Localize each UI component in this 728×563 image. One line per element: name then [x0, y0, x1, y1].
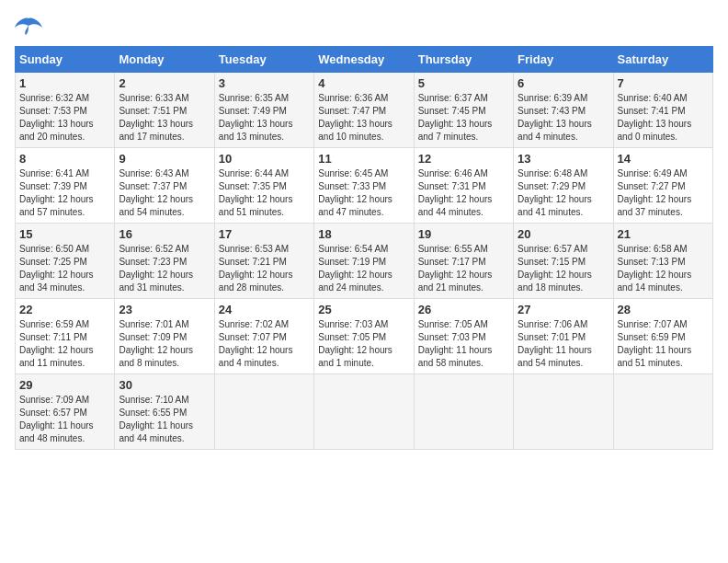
day-info: Sunrise: 6:41 AM Sunset: 7:39 PM Dayligh… — [19, 167, 110, 219]
day-number: 14 — [618, 152, 709, 166]
header-day-sunday: Sunday — [16, 47, 115, 73]
day-info: Sunrise: 7:09 AM Sunset: 6:57 PM Dayligh… — [19, 394, 110, 445]
calendar-week-1: 1Sunrise: 6:32 AM Sunset: 7:53 PM Daylig… — [16, 73, 713, 148]
calendar-cell: 2Sunrise: 6:33 AM Sunset: 7:51 PM Daylig… — [115, 73, 214, 148]
day-info: Sunrise: 7:07 AM Sunset: 6:59 PM Dayligh… — [618, 318, 709, 370]
day-number: 5 — [418, 76, 509, 90]
calendar-cell: 30Sunrise: 7:10 AM Sunset: 6:55 PM Dayli… — [115, 374, 214, 450]
calendar-cell: 18Sunrise: 6:54 AM Sunset: 7:19 PM Dayli… — [314, 224, 414, 299]
logo — [15, 15, 46, 37]
calendar-cell: 23Sunrise: 7:01 AM Sunset: 7:09 PM Dayli… — [115, 299, 214, 374]
calendar-cell: 28Sunrise: 7:07 AM Sunset: 6:59 PM Dayli… — [613, 299, 712, 374]
calendar-cell: 25Sunrise: 7:03 AM Sunset: 7:05 PM Dayli… — [314, 299, 414, 374]
day-info: Sunrise: 6:52 AM Sunset: 7:23 PM Dayligh… — [119, 243, 210, 294]
day-number: 20 — [518, 227, 609, 241]
day-info: Sunrise: 6:35 AM Sunset: 7:49 PM Dayligh… — [219, 92, 310, 144]
calendar-cell: 4Sunrise: 6:36 AM Sunset: 7:47 PM Daylig… — [314, 73, 414, 148]
calendar-table: SundayMondayTuesdayWednesdayThursdayFrid… — [15, 46, 713, 450]
calendar-cell: 13Sunrise: 6:48 AM Sunset: 7:29 PM Dayli… — [514, 148, 613, 224]
day-number: 28 — [618, 303, 709, 316]
day-number: 17 — [219, 227, 310, 241]
day-number: 13 — [518, 152, 609, 166]
calendar-cell — [613, 374, 712, 450]
calendar-cell: 29Sunrise: 7:09 AM Sunset: 6:57 PM Dayli… — [16, 374, 115, 450]
day-number: 27 — [518, 303, 609, 316]
day-number: 16 — [119, 227, 210, 241]
calendar-cell: 27Sunrise: 7:06 AM Sunset: 7:01 PM Dayli… — [514, 299, 613, 374]
day-info: Sunrise: 7:10 AM Sunset: 6:55 PM Dayligh… — [119, 394, 210, 445]
calendar-cell: 21Sunrise: 6:58 AM Sunset: 7:13 PM Dayli… — [613, 224, 712, 299]
calendar-cell: 16Sunrise: 6:52 AM Sunset: 7:23 PM Dayli… — [115, 224, 214, 299]
calendar-cell — [214, 374, 313, 450]
page-header — [15, 15, 713, 37]
day-info: Sunrise: 6:37 AM Sunset: 7:45 PM Dayligh… — [418, 92, 509, 144]
header-day-thursday: Thursday — [414, 47, 513, 73]
day-info: Sunrise: 6:32 AM Sunset: 7:53 PM Dayligh… — [19, 92, 110, 144]
day-info: Sunrise: 6:53 AM Sunset: 7:21 PM Dayligh… — [219, 243, 310, 294]
day-info: Sunrise: 6:58 AM Sunset: 7:13 PM Dayligh… — [618, 243, 709, 294]
day-info: Sunrise: 6:48 AM Sunset: 7:29 PM Dayligh… — [518, 167, 609, 219]
calendar-cell: 24Sunrise: 7:02 AM Sunset: 7:07 PM Dayli… — [214, 299, 313, 374]
day-number: 1 — [19, 76, 110, 90]
calendar-week-5: 29Sunrise: 7:09 AM Sunset: 6:57 PM Dayli… — [16, 374, 713, 450]
calendar-cell: 3Sunrise: 6:35 AM Sunset: 7:49 PM Daylig… — [214, 73, 313, 148]
day-number: 21 — [618, 227, 709, 241]
day-info: Sunrise: 7:02 AM Sunset: 7:07 PM Dayligh… — [219, 318, 310, 370]
day-info: Sunrise: 6:45 AM Sunset: 7:33 PM Dayligh… — [318, 167, 409, 219]
logo-icon — [15, 15, 42, 37]
day-info: Sunrise: 6:59 AM Sunset: 7:11 PM Dayligh… — [19, 318, 110, 370]
day-info: Sunrise: 6:57 AM Sunset: 7:15 PM Dayligh… — [518, 243, 609, 294]
day-number: 30 — [119, 378, 210, 392]
calendar-cell: 5Sunrise: 6:37 AM Sunset: 7:45 PM Daylig… — [414, 73, 513, 148]
day-number: 22 — [19, 303, 110, 316]
day-info: Sunrise: 6:36 AM Sunset: 7:47 PM Dayligh… — [318, 92, 409, 144]
day-info: Sunrise: 6:44 AM Sunset: 7:35 PM Dayligh… — [219, 167, 310, 219]
calendar-cell: 26Sunrise: 7:05 AM Sunset: 7:03 PM Dayli… — [414, 299, 513, 374]
day-info: Sunrise: 7:01 AM Sunset: 7:09 PM Dayligh… — [119, 318, 210, 370]
calendar-cell: 7Sunrise: 6:40 AM Sunset: 7:41 PM Daylig… — [613, 73, 712, 148]
calendar-cell: 15Sunrise: 6:50 AM Sunset: 7:25 PM Dayli… — [16, 224, 115, 299]
day-number: 3 — [219, 76, 310, 90]
calendar-cell — [414, 374, 513, 450]
calendar-cell: 1Sunrise: 6:32 AM Sunset: 7:53 PM Daylig… — [16, 73, 115, 148]
calendar-header: SundayMondayTuesdayWednesdayThursdayFrid… — [16, 47, 713, 73]
day-number: 9 — [119, 152, 210, 166]
day-info: Sunrise: 7:03 AM Sunset: 7:05 PM Dayligh… — [318, 318, 409, 370]
header-day-friday: Friday — [514, 47, 613, 73]
calendar-week-4: 22Sunrise: 6:59 AM Sunset: 7:11 PM Dayli… — [16, 299, 713, 374]
day-info: Sunrise: 6:33 AM Sunset: 7:51 PM Dayligh… — [119, 92, 210, 144]
day-info: Sunrise: 6:43 AM Sunset: 7:37 PM Dayligh… — [119, 167, 210, 219]
day-number: 25 — [318, 303, 409, 316]
calendar-week-3: 15Sunrise: 6:50 AM Sunset: 7:25 PM Dayli… — [16, 224, 713, 299]
day-info: Sunrise: 6:55 AM Sunset: 7:17 PM Dayligh… — [418, 243, 509, 294]
calendar-cell: 12Sunrise: 6:46 AM Sunset: 7:31 PM Dayli… — [414, 148, 513, 224]
header-day-wednesday: Wednesday — [314, 47, 414, 73]
calendar-cell — [514, 374, 613, 450]
calendar-cell: 20Sunrise: 6:57 AM Sunset: 7:15 PM Dayli… — [514, 224, 613, 299]
calendar-cell: 9Sunrise: 6:43 AM Sunset: 7:37 PM Daylig… — [115, 148, 214, 224]
day-number: 11 — [318, 152, 409, 166]
day-number: 7 — [618, 76, 709, 90]
calendar-cell: 14Sunrise: 6:49 AM Sunset: 7:27 PM Dayli… — [613, 148, 712, 224]
calendar-cell: 19Sunrise: 6:55 AM Sunset: 7:17 PM Dayli… — [414, 224, 513, 299]
calendar-cell: 17Sunrise: 6:53 AM Sunset: 7:21 PM Dayli… — [214, 224, 313, 299]
calendar-cell: 10Sunrise: 6:44 AM Sunset: 7:35 PM Dayli… — [214, 148, 313, 224]
day-number: 19 — [418, 227, 509, 241]
day-number: 6 — [518, 76, 609, 90]
day-info: Sunrise: 6:46 AM Sunset: 7:31 PM Dayligh… — [418, 167, 509, 219]
day-number: 26 — [418, 303, 509, 316]
day-number: 8 — [19, 152, 110, 166]
calendar-cell: 22Sunrise: 6:59 AM Sunset: 7:11 PM Dayli… — [16, 299, 115, 374]
header-day-saturday: Saturday — [613, 47, 712, 73]
day-info: Sunrise: 6:54 AM Sunset: 7:19 PM Dayligh… — [318, 243, 409, 294]
day-info: Sunrise: 6:40 AM Sunset: 7:41 PM Dayligh… — [618, 92, 709, 144]
day-number: 18 — [318, 227, 409, 241]
calendar-cell — [314, 374, 414, 450]
day-number: 23 — [119, 303, 210, 316]
day-number: 2 — [119, 76, 210, 90]
day-info: Sunrise: 7:06 AM Sunset: 7:01 PM Dayligh… — [518, 318, 609, 370]
header-day-tuesday: Tuesday — [214, 47, 313, 73]
calendar-cell: 11Sunrise: 6:45 AM Sunset: 7:33 PM Dayli… — [314, 148, 414, 224]
calendar-cell: 8Sunrise: 6:41 AM Sunset: 7:39 PM Daylig… — [16, 148, 115, 224]
day-info: Sunrise: 6:49 AM Sunset: 7:27 PM Dayligh… — [618, 167, 709, 219]
